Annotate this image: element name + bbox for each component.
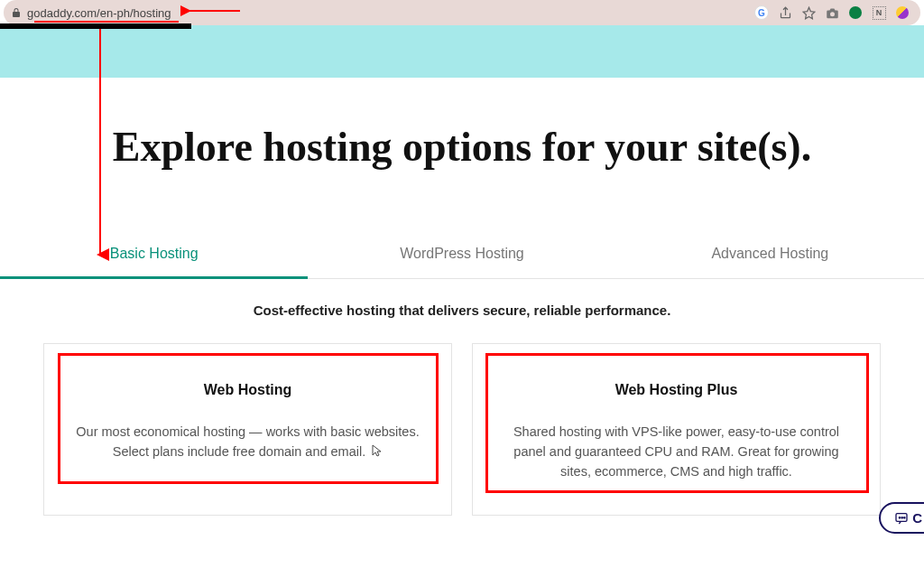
card-web-hosting[interactable]: Web Hosting Our most economical hosting … — [43, 343, 452, 516]
address-bar-icons: G N — [754, 5, 913, 20]
card-web-hosting-plus[interactable]: Web Hosting Plus Shared hosting with VPS… — [472, 343, 881, 516]
card-description: Shared hosting with VPS-like power, easy… — [498, 422, 855, 482]
hosting-tabs: Basic Hosting WordPress Hosting Advanced… — [0, 229, 924, 279]
extension-circle-icon[interactable] — [895, 5, 910, 20]
tab-wordpress-hosting[interactable]: WordPress Hosting — [308, 229, 615, 278]
card-title: Web Hosting Plus — [498, 382, 855, 398]
share-icon[interactable] — [778, 5, 792, 20]
camera-icon[interactable] — [825, 5, 839, 20]
address-bar[interactable]: godaddy.com/en-ph/hosting G N — [4, 0, 920, 25]
svg-point-3 — [899, 517, 900, 517]
extension-n-icon[interactable]: N — [872, 5, 886, 20]
annotation-url-underline — [34, 21, 179, 23]
svg-point-5 — [904, 517, 905, 517]
tab-basic-hosting[interactable]: Basic Hosting — [0, 229, 308, 278]
svg-point-4 — [901, 517, 902, 517]
chat-widget[interactable]: C — [879, 502, 924, 534]
lock-icon — [11, 7, 22, 18]
hero-banner — [0, 25, 924, 78]
extension-green-icon[interactable] — [848, 5, 863, 20]
page-headline: Explore hosting options for your site(s)… — [110, 121, 814, 173]
annotation-red-box — [58, 353, 439, 484]
card-description: Our most economical hosting — works with… — [69, 422, 426, 463]
tab-subheading: Cost-effective hosting that delivers sec… — [0, 303, 924, 318]
chat-label-partial: C — [912, 510, 922, 526]
chat-icon — [893, 511, 910, 526]
tab-label: Basic Hosting — [110, 246, 199, 261]
card-title: Web Hosting — [69, 382, 426, 398]
google-icon[interactable]: G — [754, 5, 769, 20]
tab-label: Advanced Hosting — [711, 246, 828, 261]
star-icon[interactable] — [801, 5, 816, 20]
annotation-black-bar — [0, 23, 191, 29]
url-area: godaddy.com/en-ph/hosting — [11, 6, 171, 20]
page-content: Explore hosting options for your site(s)… — [0, 78, 924, 516]
tab-advanced-hosting[interactable]: Advanced Hosting — [616, 229, 924, 278]
tab-label: WordPress Hosting — [400, 246, 524, 261]
cursor-icon — [372, 442, 383, 462]
url-text: godaddy.com/en-ph/hosting — [27, 6, 171, 20]
hosting-cards: Web Hosting Our most economical hosting … — [0, 318, 924, 516]
